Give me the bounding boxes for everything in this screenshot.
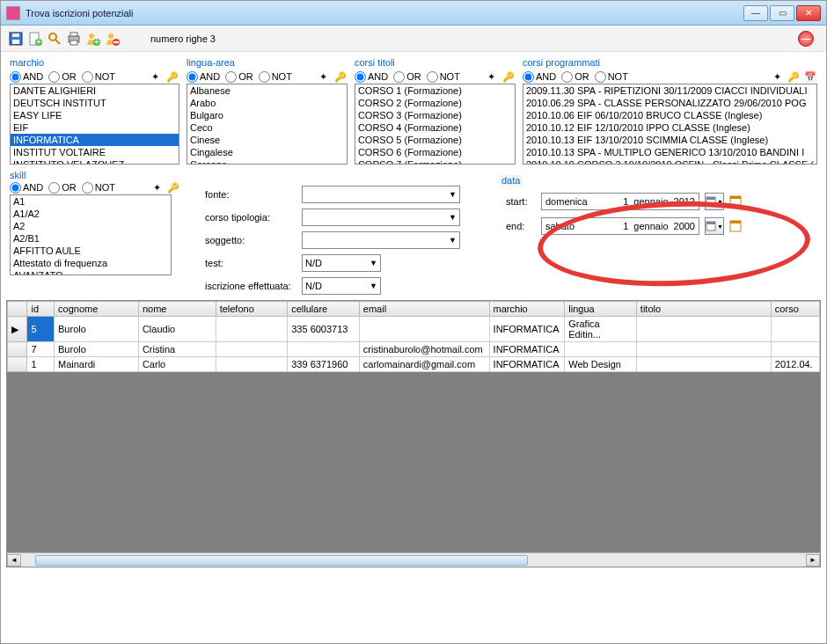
- list-item[interactable]: 2010.10.06 EIF 06/10/2010 BRUCO CLASSE (…: [523, 109, 816, 121]
- list-item[interactable]: CORSO 5 (Formazione): [355, 134, 515, 146]
- cell-titolo[interactable]: [636, 342, 771, 357]
- list-item[interactable]: A1: [11, 195, 171, 208]
- marchio-and-radio[interactable]: [10, 71, 21, 83]
- cell-email[interactable]: cristinaburolo@hotmail.com: [359, 342, 489, 357]
- list-item[interactable]: INFORMATICA: [11, 134, 179, 146]
- cell-cognome[interactable]: Burolo: [55, 342, 139, 357]
- lingua-or-radio[interactable]: [225, 71, 237, 83]
- lingua-not-radio[interactable]: [259, 71, 270, 83]
- list-item[interactable]: A2/B1: [11, 232, 171, 245]
- person-add-icon[interactable]: +: [85, 31, 101, 47]
- test-combo[interactable]: N/D▼: [302, 254, 381, 272]
- list-item[interactable]: EASY LIFE: [11, 109, 179, 121]
- prog-or-radio[interactable]: [561, 71, 573, 83]
- cell-id[interactable]: 1: [27, 357, 55, 372]
- cell-cellulare[interactable]: [288, 342, 360, 357]
- cell-email[interactable]: carlomainardi@gmail.com: [359, 357, 489, 372]
- cell-marchio[interactable]: INFORMATICA: [489, 357, 565, 372]
- results-grid[interactable]: idcognomenometelefonocellulareemailmarch…: [6, 300, 821, 567]
- cell-telefono[interactable]: [216, 357, 288, 372]
- list-item[interactable]: 2009.11.30 SPA - RIPETIZIONI 30/11/2009 …: [523, 84, 816, 97]
- lingua-and-radio[interactable]: [187, 71, 198, 83]
- calendar-icon[interactable]: 📅: [803, 70, 817, 84]
- cell-cognome[interactable]: Mainardi: [55, 357, 139, 372]
- list-item[interactable]: Ceco: [187, 121, 347, 134]
- list-item[interactable]: 2010.10.12 EIF 12/10/2010 IPPO CLASSE (I…: [523, 121, 816, 134]
- start-date-reset-icon[interactable]: [729, 194, 743, 209]
- close-button[interactable]: ✕: [796, 5, 821, 21]
- cell-email[interactable]: [359, 317, 489, 342]
- list-item[interactable]: CORSO 7 (Formazione): [355, 158, 515, 165]
- list-item[interactable]: CORSO 4 (Formazione): [355, 121, 515, 134]
- col-id[interactable]: id: [27, 302, 55, 317]
- list-item[interactable]: CORSO 3 (Formazione): [355, 109, 515, 121]
- col-telefono[interactable]: telefono: [216, 302, 288, 317]
- marchio-not-radio[interactable]: [82, 71, 93, 83]
- list-item[interactable]: Attestato di frequenza: [11, 257, 171, 269]
- wand-icon[interactable]: ✦: [770, 70, 784, 84]
- programmati-listbox[interactable]: 2009.11.30 SPA - RIPETIZIONI 30/11/2009 …: [523, 84, 817, 165]
- cell-lingua[interactable]: Web Design: [565, 357, 637, 372]
- scroll-right-button[interactable]: ►: [806, 554, 820, 567]
- cell-titolo[interactable]: [636, 317, 771, 342]
- lingua-listbox[interactable]: AlbaneseAraboBulgaroCecoCineseCingaleseC…: [187, 84, 348, 165]
- list-item[interactable]: DEUTSCH INSTITUT: [11, 97, 179, 109]
- table-row[interactable]: 7BuroloCristinacristinaburolo@hotmail.co…: [8, 342, 820, 357]
- list-item[interactable]: INSTITUTO VELAZQUEZ: [11, 158, 179, 165]
- wand-icon[interactable]: ✦: [149, 70, 163, 84]
- list-item[interactable]: CORSO 2 (Formazione): [355, 97, 515, 109]
- row-header[interactable]: [8, 357, 27, 372]
- list-item[interactable]: Bulgaro: [187, 109, 347, 121]
- end-date-reset-icon[interactable]: [729, 219, 743, 233]
- corsi-or-radio[interactable]: [393, 71, 405, 83]
- col-email[interactable]: email: [359, 302, 489, 317]
- list-item[interactable]: Coreano: [187, 158, 347, 165]
- soggetto-combo[interactable]: ▼: [302, 231, 460, 249]
- start-date-dropdown-button[interactable]: ▼: [705, 193, 724, 210]
- list-item[interactable]: CORSO 6 (Formazione): [355, 146, 515, 158]
- cell-nome[interactable]: Claudio: [138, 317, 216, 342]
- print-icon[interactable]: [66, 31, 82, 47]
- row-header[interactable]: [8, 342, 27, 357]
- person-remove-icon[interactable]: [105, 31, 121, 47]
- tipologia-combo[interactable]: ▼: [302, 209, 460, 226]
- cell-telefono[interactable]: [216, 317, 288, 342]
- prog-not-radio[interactable]: [595, 71, 606, 83]
- col-cognome[interactable]: cognome: [55, 302, 139, 317]
- list-item[interactable]: Cingalese: [187, 146, 347, 158]
- horizontal-scrollbar[interactable]: ◄ ►: [7, 553, 820, 567]
- marchio-listbox[interactable]: DANTE ALIGHIERIDEUTSCH INSTITUTEASY LIFE…: [10, 84, 179, 165]
- skill-or-radio[interactable]: [48, 182, 60, 194]
- cell-id[interactable]: 7: [27, 342, 55, 357]
- key-icon[interactable]: 🔑: [166, 180, 180, 194]
- cell-marchio[interactable]: INFORMATICA: [489, 342, 565, 357]
- col-corso[interactable]: corso: [771, 302, 819, 317]
- list-item[interactable]: 2010.10.19 CORSO 2 19/10/2010 OSFIN - Cl…: [523, 158, 816, 165]
- col-marchio[interactable]: marchio: [489, 302, 565, 317]
- list-item[interactable]: Albanese: [187, 84, 347, 97]
- list-item[interactable]: 2010.10.13 EIF 13/10/2010 SCIMMIA CLASSE…: [523, 134, 816, 146]
- list-item[interactable]: DANTE ALIGHIERI: [11, 84, 179, 97]
- table-row[interactable]: ▶5BuroloClaudio335 6003713INFORMATICAGra…: [8, 317, 820, 342]
- cell-titolo[interactable]: [636, 357, 771, 372]
- wand-icon[interactable]: ✦: [150, 180, 164, 194]
- cell-corso[interactable]: [771, 317, 819, 342]
- cell-cellulare[interactable]: 335 6003713: [288, 317, 360, 342]
- cell-corso[interactable]: [771, 342, 819, 357]
- cell-nome[interactable]: Cristina: [138, 342, 216, 357]
- corsi-not-radio[interactable]: [427, 71, 438, 83]
- list-item[interactable]: A1/A2: [11, 208, 171, 220]
- start-date-field[interactable]: domenica 1 gennaio 2012: [541, 193, 699, 210]
- corsi-listbox[interactable]: CORSO 1 (Formazione)CORSO 2 (Formazione)…: [355, 84, 516, 165]
- key-icon[interactable]: 🔑: [787, 70, 801, 84]
- list-item[interactable]: A2: [11, 220, 171, 232]
- cell-telefono[interactable]: [216, 342, 288, 357]
- clear-button[interactable]: —: [798, 31, 814, 47]
- end-date-dropdown-button[interactable]: ▼: [705, 217, 724, 235]
- list-item[interactable]: Arabo: [187, 97, 347, 109]
- end-date-field[interactable]: sabato 1 gennaio 2000: [541, 217, 699, 235]
- iscrizione-combo[interactable]: N/D▼: [302, 277, 381, 295]
- col-nome[interactable]: nome: [138, 302, 216, 317]
- minimize-button[interactable]: —: [743, 5, 768, 21]
- skill-and-radio[interactable]: [10, 182, 21, 194]
